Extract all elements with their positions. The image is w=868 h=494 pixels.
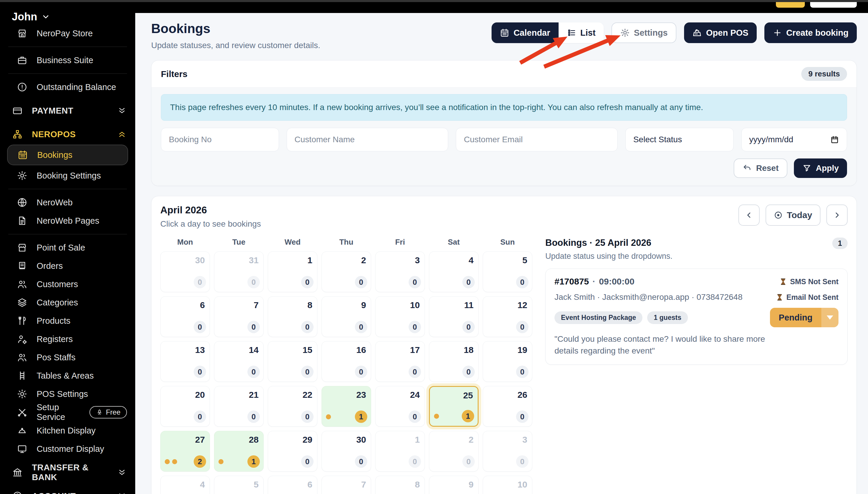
day-booking-count: 0 (516, 321, 528, 333)
calendar-day-7[interactable]: 70 (214, 296, 264, 337)
day-booking-count: 0 (409, 411, 421, 423)
calendar-day-4[interactable]: 40 (429, 251, 478, 292)
sidebar-item-transfer-bank[interactable]: TRANSFER & BANK (0, 463, 135, 481)
calendar-day-30-out[interactable]: 300 (160, 251, 210, 292)
calendar-day-11[interactable]: 110 (429, 296, 478, 337)
calendar-day-10[interactable]: 100 (375, 296, 425, 337)
calendar-day-1-out[interactable]: 10 (375, 431, 425, 472)
calendar-day-8[interactable]: 80 (268, 296, 317, 337)
calendar-day-30[interactable]: 300 (322, 431, 371, 472)
sidebar-item-kitchen-display[interactable]: Kitchen Display (0, 421, 135, 440)
calendar-day-10-out[interactable]: 100 (483, 476, 532, 494)
sidebar-item-bookings[interactable]: Bookings (7, 145, 128, 165)
sidebar-item-booking-settings[interactable]: Booking Settings (0, 167, 135, 185)
content: Bookings Update statuses, and review cus… (135, 13, 868, 494)
rocket-icon (96, 409, 103, 416)
calendar-day-16[interactable]: 160 (322, 341, 371, 382)
day-booking-count: 0 (355, 321, 367, 333)
calendar-day-23[interactable]: 231 (322, 386, 371, 427)
calendar-day-31-out[interactable]: 310 (214, 251, 264, 292)
settings-button[interactable]: Settings (611, 22, 676, 43)
calendar-day-5-out[interactable]: 50 (214, 476, 264, 494)
day-number: 6 (200, 300, 205, 310)
day-number: 17 (410, 345, 420, 355)
booking-no-input[interactable] (161, 128, 279, 151)
customer-name-input[interactable] (287, 128, 449, 151)
apply-button[interactable]: Apply (794, 158, 847, 178)
calendar-day-1[interactable]: 10 (268, 251, 317, 292)
day-booking-count: 2 (194, 455, 206, 468)
sidebar-item-registers[interactable]: Registers (0, 330, 135, 348)
sidebar-item-neropay-store[interactable]: NeroPay Store (0, 24, 135, 42)
calendar-day-12[interactable]: 120 (483, 296, 532, 337)
weekday-label: Thu (322, 238, 371, 247)
sidebar-item-neroweb-pages[interactable]: NeroWeb Pages (0, 212, 135, 230)
today-button[interactable]: Today (766, 205, 820, 226)
calendar-day-20[interactable]: 200 (160, 386, 210, 427)
prev-month-button[interactable] (738, 205, 760, 226)
calendar-day-13[interactable]: 130 (160, 341, 210, 382)
calendar-day-18[interactable]: 180 (429, 341, 478, 382)
calendar-day-14[interactable]: 140 (214, 341, 264, 382)
calendar-day-22[interactable]: 220 (268, 386, 317, 427)
sidebar-item-outstanding-balance[interactable]: Outstanding Balance (0, 78, 135, 96)
calendar-day-25[interactable]: 251 (429, 386, 478, 427)
calendar-day-9-out[interactable]: 90 (429, 476, 478, 494)
sidebar-item-customers[interactable]: Customers (0, 275, 135, 293)
sidebar-item-point-of-sale[interactable]: Point of Sale (0, 239, 135, 257)
calendar-day-24[interactable]: 240 (375, 386, 425, 427)
sidebar-item-business-suite[interactable]: Business Suite (0, 51, 135, 69)
status-dropdown-value: Pending (770, 308, 822, 327)
calendar-day-6[interactable]: 60 (160, 296, 210, 337)
bank-icon (12, 467, 23, 478)
calendar-day-4-out[interactable]: 40 (160, 476, 210, 494)
day-number: 28 (249, 435, 259, 445)
calendar-day-5[interactable]: 50 (483, 251, 532, 292)
calendar-day-6-out[interactable]: 60 (268, 476, 317, 494)
calendar-day-17[interactable]: 170 (375, 341, 425, 382)
sidebar-item-neroweb[interactable]: NeroWeb (0, 193, 135, 212)
sidebar-item-categories[interactable]: Categories (0, 293, 135, 311)
booking-dot-icon (172, 459, 177, 464)
booking-time: 09:00:00 (599, 277, 635, 287)
sidebar-item-tables-areas[interactable]: Tables & Areas (0, 366, 135, 385)
create-booking-button[interactable]: Create booking (765, 22, 857, 43)
customer-email-input[interactable] (456, 128, 618, 151)
calendar-day-15[interactable]: 150 (268, 341, 317, 382)
calendar-day-26[interactable]: 260 (483, 386, 532, 427)
calendar-day-19[interactable]: 190 (483, 341, 532, 382)
sidebar-item-neropos[interactable]: NEROPOS (0, 125, 135, 144)
sidebar-item-payment[interactable]: PAYMENT (0, 101, 135, 120)
calendar-day-2-out[interactable]: 20 (429, 431, 478, 472)
tab-list[interactable]: List (559, 22, 604, 43)
calendar-day-28[interactable]: 281 (214, 431, 264, 472)
calendar-day-2[interactable]: 20 (322, 251, 371, 292)
reset-button[interactable]: Reset (734, 158, 787, 178)
sidebar-item-account[interactable]: ACCOUNT (0, 487, 135, 494)
calendar-day-3[interactable]: 30 (375, 251, 425, 292)
sidebar-item-products[interactable]: Products (0, 311, 135, 330)
status-select[interactable]: Select Status (625, 128, 734, 151)
next-month-button[interactable] (826, 205, 848, 226)
calendar-day-27[interactable]: 272 (160, 431, 210, 472)
date-input[interactable]: yyyy/mm/dd (741, 128, 847, 151)
cropped-white-button[interactable] (810, 2, 857, 8)
day-number: 5 (253, 479, 259, 490)
booking-dots (434, 414, 439, 419)
open-pos-button[interactable]: Open POS (684, 22, 756, 43)
tab-calendar[interactable]: Calendar (492, 22, 558, 43)
status-dropdown[interactable]: Pending (770, 308, 838, 327)
sidebar-item-setup-service[interactable]: Setup ServiceFree (0, 403, 135, 421)
sidebar-item-pos-staffs[interactable]: Pos Staffs (0, 348, 135, 366)
calendar-day-9[interactable]: 90 (322, 296, 371, 337)
calendar-day-3-out[interactable]: 30 (483, 431, 532, 472)
calendar-day-7-out[interactable]: 70 (322, 476, 371, 494)
sidebar-item-orders[interactable]: Orders (0, 257, 135, 275)
calendar-day-8-out[interactable]: 80 (375, 476, 425, 494)
sidebar-item-pos-settings[interactable]: POS Settings (0, 385, 135, 403)
calendar-day-29[interactable]: 290 (268, 431, 317, 472)
sidebar-item-customer-display[interactable]: Customer Display (0, 440, 135, 458)
sidebar-item-label: TRANSFER & BANK (32, 463, 108, 482)
cropped-yellow-button[interactable] (776, 2, 805, 8)
calendar-day-21[interactable]: 210 (214, 386, 264, 427)
